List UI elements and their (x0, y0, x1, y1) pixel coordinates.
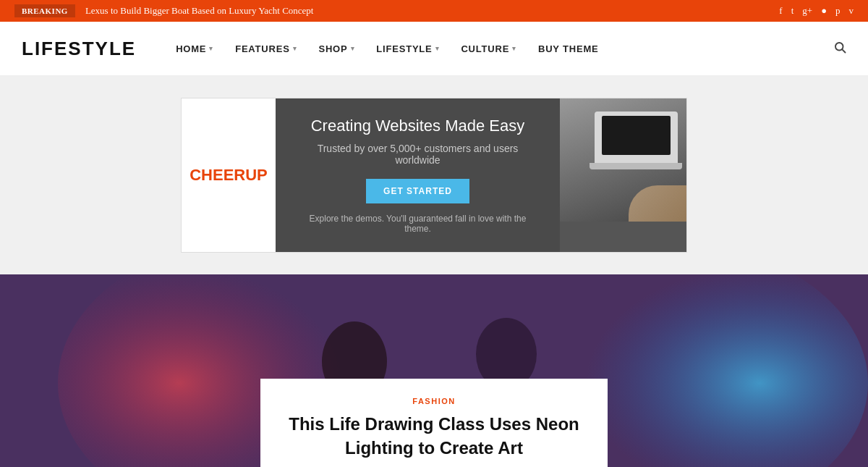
cheerup-logo: CHEERUP (190, 166, 268, 185)
ad-title: Creating Websites Made Easy (311, 117, 525, 135)
breaking-text: Lexus to Build Bigger Boat Based on Luxu… (85, 5, 779, 17)
facebook-icon[interactable]: f (779, 5, 782, 17)
ad-subtitle: Trusted by over 5,000+ customers and use… (297, 143, 538, 166)
ad-image (560, 98, 686, 252)
hero-section: FASHION This Life Drawing Class Uses Neo… (0, 274, 868, 467)
search-icon[interactable] (833, 41, 846, 57)
breaking-label: Breaking (14, 4, 75, 17)
pinterest-icon[interactable]: p (835, 5, 841, 17)
logo-c: C (190, 166, 201, 184)
googleplus-icon[interactable]: g+ (802, 5, 812, 17)
chevron-down-icon: ▾ (209, 22, 213, 76)
nav-item-lifestyle[interactable]: LIFESTYLE ▾ (365, 22, 450, 76)
chevron-down-icon: ▾ (512, 22, 516, 76)
nav-item-culture[interactable]: CULTURE ▾ (450, 22, 527, 76)
main-nav: HOME ▾ FEATURES ▾ SHOP ▾ LIFESTYLE ▾ CUL… (165, 22, 833, 76)
chevron-down-icon: ▾ (351, 22, 355, 76)
ad-note: Explore the demos. You'll guaranteed fal… (297, 214, 538, 234)
chevron-down-icon: ▾ (293, 22, 297, 76)
article-category: FASHION (286, 397, 582, 405)
site-logo[interactable]: LIFESTYLE (22, 38, 136, 60)
nav-item-home[interactable]: HOME ▾ (165, 22, 224, 76)
ad-banner: CHEERUP Creating Websites Made Easy Trus… (181, 98, 687, 253)
chevron-down-icon: ▾ (435, 22, 440, 76)
vimeo-icon[interactable]: v (849, 5, 854, 17)
ad-get-started-button[interactable]: GET STARTED (366, 179, 469, 203)
hero-card: FASHION This Life Drawing Class Uses Neo… (260, 379, 608, 467)
nav-item-buy-theme[interactable]: BUY THEME (527, 22, 610, 76)
ad-content: Creating Websites Made Easy Trusted by o… (276, 98, 560, 252)
nav-item-features[interactable]: FEATURES ▾ (224, 22, 307, 76)
nav-item-shop[interactable]: SHOP ▾ (307, 22, 365, 76)
site-header: LIFESTYLE HOME ▾ FEATURES ▾ SHOP ▾ LIFES… (0, 22, 868, 76)
twitter-icon[interactable]: t (791, 5, 794, 17)
article-title[interactable]: This Life Drawing Class Uses Neon Lighti… (286, 413, 582, 460)
ad-section: CHEERUP Creating Websites Made Easy Trus… (0, 76, 868, 274)
instagram-icon[interactable]: ● (821, 5, 827, 17)
ad-logo-area: CHEERUP (182, 98, 276, 252)
breaking-bar: Breaking Lexus to Build Bigger Boat Base… (0, 0, 868, 22)
social-icons-group: f t g+ ● p v (779, 5, 854, 17)
svg-line-1 (842, 49, 845, 52)
